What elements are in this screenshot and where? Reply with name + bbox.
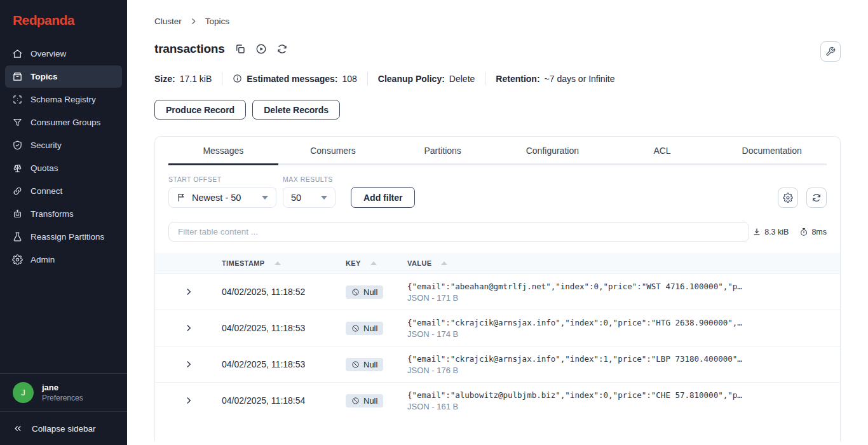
message-value-cell[interactable]: {"email":"abeahan@gmtrlfj.net","index":0…	[407, 282, 840, 303]
schema-registry-icon	[12, 94, 23, 105]
start-offset-select[interactable]: Newest - 50	[168, 187, 276, 208]
sidebar-nav: Overview Topics Schema Registry Consumer…	[0, 38, 127, 275]
tab-bar: Messages Consumers Partitions Configurat…	[168, 137, 827, 165]
key-null-badge: Null	[346, 285, 383, 299]
sidebar-item-admin[interactable]: Admin	[5, 249, 122, 271]
tab-configuration[interactable]: Configuration	[498, 137, 607, 163]
produce-record-button[interactable]: Produce Record	[154, 100, 246, 120]
sidebar-item-label: Admin	[31, 255, 55, 264]
refresh-messages-button[interactable]	[806, 188, 827, 208]
messages-table: TIMESTAMP KEY VALUE 04/02/2025, 11:18:52	[155, 253, 840, 418]
main-content: Cluster Topics transactions Size: 17.1 k…	[127, 0, 868, 441]
chevrons-left-icon	[13, 423, 23, 434]
table-row: 04/02/2025, 11:18:52 Null {"email":"abea…	[155, 273, 840, 310]
message-value: {"email":"abeahan@gmtrlfj.net","index":0…	[407, 282, 840, 291]
sidebar-item-consumer-groups[interactable]: Consumer Groups	[5, 111, 122, 134]
stopwatch-icon	[799, 228, 808, 236]
refresh-icon[interactable]	[276, 43, 288, 55]
wrench-icon	[825, 46, 836, 57]
column-header-key[interactable]: KEY	[346, 259, 407, 267]
delete-records-button[interactable]: Delete Records	[252, 100, 340, 120]
sidebar-item-label: Connect	[31, 186, 62, 196]
breadcrumb-cluster[interactable]: Cluster	[154, 17, 182, 26]
message-value: {"email":"ckrajcik@arnsjax.info","index"…	[407, 318, 840, 327]
message-value: {"email":"ckrajcik@arnsjax.info","index"…	[407, 354, 840, 364]
user-profile[interactable]: J jane Preferences	[0, 373, 127, 411]
chevron-down-icon	[321, 196, 327, 200]
chevron-right-icon	[189, 17, 198, 25]
key-null-badge: Null	[346, 394, 383, 407]
message-timestamp: 04/02/2025, 11:18:53	[222, 323, 346, 333]
user-preferences-link[interactable]: Preferences	[42, 394, 83, 402]
column-header-value[interactable]: VALUE	[407, 259, 840, 267]
prohibit-icon	[351, 360, 360, 369]
expand-row-button[interactable]	[155, 287, 222, 296]
sidebar-item-schema-registry[interactable]: Schema Registry	[5, 88, 122, 111]
avatar: J	[13, 382, 34, 403]
sidebar-item-label: Quotas	[31, 163, 58, 173]
funnel-icon	[12, 117, 23, 128]
column-header-timestamp[interactable]: TIMESTAMP	[222, 259, 346, 267]
sort-icon	[370, 261, 377, 265]
sidebar-item-label: Schema Registry	[31, 95, 96, 104]
stat-estimated-messages: Estimated messages: 108	[233, 74, 357, 84]
message-filter-controls: START OFFSET Newest - 50 MAX RESULTS 50 …	[168, 175, 827, 208]
user-name: jane	[42, 383, 83, 392]
sidebar-item-transforms[interactable]: Transforms	[5, 203, 122, 225]
tab-partitions[interactable]: Partitions	[388, 137, 498, 163]
sidebar-item-security[interactable]: Security	[5, 134, 122, 156]
sidebar-item-label: Overview	[31, 49, 66, 58]
message-settings-button[interactable]	[778, 188, 798, 208]
message-timestamp: 04/02/2025, 11:18:52	[222, 287, 346, 297]
tab-messages[interactable]: Messages	[168, 137, 278, 163]
sidebar-item-topics[interactable]: Topics	[5, 65, 122, 88]
expand-row-button[interactable]	[155, 324, 222, 332]
sidebar-item-quotas[interactable]: Quotas	[5, 157, 122, 179]
payload-size: 8.3 kiB	[752, 228, 789, 236]
gear-icon	[783, 193, 793, 203]
chevron-right-icon	[184, 287, 193, 296]
sort-icon	[441, 261, 447, 265]
sidebar-item-label: Topics	[31, 72, 58, 81]
sidebar-item-reassign-partitions[interactable]: Reassign Partitions	[5, 226, 122, 248]
download-icon	[752, 228, 761, 236]
tab-consumers[interactable]: Consumers	[278, 137, 388, 163]
stat-size: Size: 17.1 kiB	[154, 74, 212, 84]
topic-actions: Produce Record Delete Records	[154, 100, 841, 120]
topics-icon	[12, 71, 23, 82]
tab-acl[interactable]: ACL	[607, 137, 717, 163]
filter-table-input[interactable]	[168, 222, 749, 242]
expand-row-button[interactable]	[155, 360, 222, 369]
play-circle-icon[interactable]	[255, 43, 267, 55]
expand-row-button[interactable]	[155, 396, 222, 405]
chevron-right-icon	[184, 324, 193, 332]
table-row: 04/02/2025, 11:18:54 Null {"email":"alub…	[155, 382, 840, 418]
copy-icon[interactable]	[234, 43, 246, 55]
prohibit-icon	[351, 397, 360, 405]
page-title: transactions	[154, 42, 225, 56]
sidebar-item-overview[interactable]: Overview	[5, 43, 122, 65]
sidebar-item-connect[interactable]: Connect	[5, 180, 122, 202]
message-value-cell[interactable]: {"email":"ckrajcik@arnsjax.info","index"…	[407, 354, 840, 375]
breadcrumb-topics[interactable]: Topics	[205, 17, 229, 26]
info-icon	[233, 74, 242, 83]
title-row: transactions	[154, 42, 841, 56]
topic-tools-button[interactable]	[820, 41, 841, 62]
add-filter-button[interactable]: Add filter	[351, 187, 415, 208]
max-results-select[interactable]: 50	[283, 187, 336, 208]
link-icon	[12, 186, 23, 196]
chevron-down-icon	[262, 196, 268, 200]
message-meta: JSON - 176 B	[407, 366, 840, 375]
message-timestamp: 04/02/2025, 11:18:53	[222, 359, 346, 369]
home-icon	[12, 48, 23, 59]
robot-icon	[12, 209, 23, 219]
message-meta: JSON - 161 B	[407, 402, 840, 411]
collapse-sidebar-button[interactable]: Collapse sidebar	[0, 411, 127, 445]
elapsed-time: 8ms	[799, 228, 827, 236]
chevron-right-icon	[184, 396, 193, 405]
table-row: 04/02/2025, 11:18:53 Null {"email":"ckra…	[155, 310, 840, 346]
message-value-cell[interactable]: {"email":"ckrajcik@arnsjax.info","index"…	[407, 318, 840, 339]
tab-documentation[interactable]: Documentation	[717, 137, 827, 163]
message-timestamp: 04/02/2025, 11:18:54	[222, 395, 346, 406]
message-value-cell[interactable]: {"email":"alubowitz@pulbjmb.biz","index"…	[407, 390, 840, 411]
